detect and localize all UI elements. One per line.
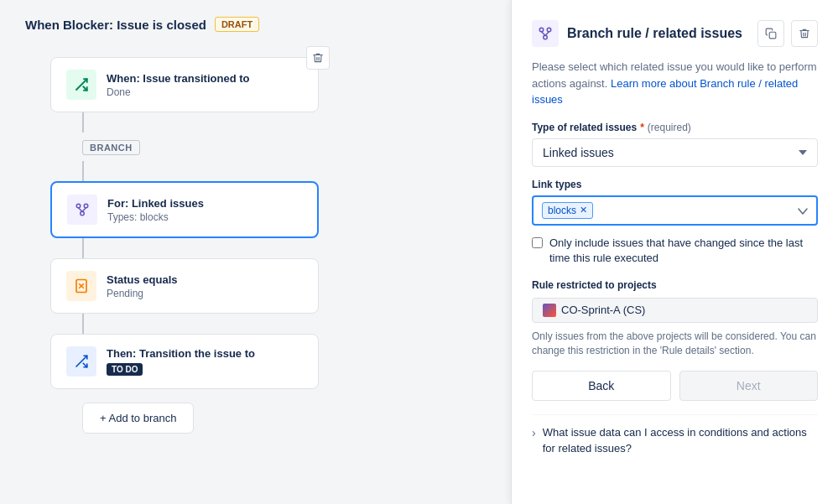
left-panel: When Blocker: Issue is closed DRAFT When… (0, 0, 511, 504)
type-of-related-label: Type of related issues * (required) (532, 122, 818, 133)
branch-card-subtitle: Types: blocks (107, 211, 204, 223)
btn-row: Back Next (532, 371, 818, 401)
page-title: When Blocker: Issue is closed (25, 18, 206, 32)
workflow-canvas: When: Issue transitioned to Done BRANCH (25, 57, 486, 434)
branch-card-icon (67, 195, 97, 225)
checkbox-label[interactable]: Only include issues that have changed si… (549, 236, 818, 266)
status-card-text: Status equals Pending (107, 273, 178, 299)
branch-card-text: For: Linked issues Types: blocks (107, 197, 204, 223)
panel-header-icon (532, 20, 559, 47)
blocks-tag[interactable]: blocks ✕ (542, 202, 593, 219)
add-branch-label: + Add to branch (100, 412, 176, 424)
connector-line-1 (82, 112, 84, 132)
panel-header: Branch rule / related issues (532, 20, 818, 47)
branch-label-row: BRANCH (82, 139, 140, 154)
tag-chevron-icon (798, 203, 808, 218)
right-panel: Branch rule / related issues Please sele… (511, 0, 838, 504)
checkbox-row: Only include issues that have changed si… (532, 236, 818, 266)
add-to-branch-button[interactable]: + Add to branch (82, 403, 194, 434)
next-button[interactable]: Next (679, 371, 819, 401)
tag-remove-button[interactable]: ✕ (580, 205, 587, 215)
status-card-subtitle: Pending (107, 288, 178, 299)
svg-rect-16 (769, 32, 776, 39)
status-card[interactable]: Status equals Pending (50, 258, 319, 314)
transition-card-icon (66, 346, 96, 377)
trigger-subtitle: Done (107, 86, 249, 98)
connector-line-2 (82, 161, 84, 181)
connector-line-4 (82, 314, 84, 334)
copy-button[interactable] (757, 20, 784, 47)
branch-label: BRANCH (82, 140, 140, 155)
connector-line-3 (82, 238, 84, 258)
link-types-label: Link types (532, 179, 818, 190)
top-bar: When Blocker: Issue is closed DRAFT (25, 17, 486, 32)
project-icon (543, 304, 556, 317)
type-of-related-select[interactable]: Linked issues (532, 138, 818, 167)
restriction-note: Only issues from the above projects will… (532, 330, 818, 358)
panel-description: Please select which related issue you wo… (532, 59, 818, 108)
panel-header-left: Branch rule / related issues (532, 20, 742, 47)
transition-card-text: Then: Transition the issue to TO DO (107, 347, 255, 376)
accordion-text: What issue data can I access in conditio… (543, 425, 818, 455)
panel-title: Branch rule / related issues (567, 26, 742, 41)
accordion-row[interactable]: › What issue data can I access in condit… (532, 414, 818, 455)
status-card-title: Status equals (107, 273, 178, 286)
status-badge: DRAFT (215, 17, 259, 32)
changed-since-checkbox[interactable] (532, 237, 543, 248)
link-types-input[interactable]: blocks ✕ (532, 195, 818, 226)
trigger-icon (66, 70, 96, 100)
delete-panel-button[interactable] (791, 20, 818, 47)
branch-card[interactable]: For: Linked issues Types: blocks (50, 181, 319, 238)
svg-line-14 (542, 32, 546, 36)
delete-trigger-button[interactable] (306, 46, 330, 70)
todo-badge: TO DO (107, 363, 143, 376)
project-tag: CO-Sprint-A (CS) (532, 298, 818, 323)
accordion-chevron-icon: › (532, 426, 536, 439)
transition-card-title: Then: Transition the issue to (107, 347, 255, 360)
svg-line-6 (82, 208, 86, 212)
panel-header-actions (757, 20, 818, 47)
project-name: CO-Sprint-A (CS) (561, 304, 645, 316)
rule-restricted-title: Rule restricted to projects (532, 279, 818, 291)
branch-card-title: For: Linked issues (107, 197, 204, 210)
trigger-card-text: When: Issue transitioned to Done (107, 72, 249, 98)
status-card-icon (66, 271, 96, 301)
svg-line-15 (545, 32, 549, 36)
trigger-title: When: Issue transitioned to (107, 72, 249, 85)
svg-line-5 (79, 208, 83, 212)
transition-card[interactable]: Then: Transition the issue to TO DO (50, 334, 319, 389)
back-button[interactable]: Back (532, 371, 671, 401)
trigger-card[interactable]: When: Issue transitioned to Done (50, 57, 319, 112)
required-star: * (640, 122, 644, 133)
required-text: (required) (648, 122, 691, 133)
